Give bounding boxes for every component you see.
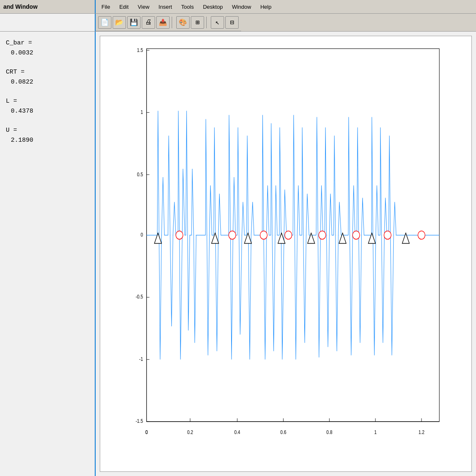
svg-text:1.2: 1.2 (419, 429, 424, 435)
print-button[interactable]: 🖨 (142, 16, 155, 29)
main-content: C_bar =0.0032CRT =0.0822L =0.4378U =2.18… (0, 32, 476, 476)
variable-name: CRT = (6, 67, 89, 77)
new-file-button[interactable]: 📄 (98, 16, 111, 29)
circle-marker-4 (285, 231, 292, 239)
circle-marker-5 (319, 231, 326, 239)
variable-block: U =2.1890 (6, 126, 89, 146)
menu-item-edit[interactable]: Edit (118, 3, 130, 11)
open-button[interactable]: 📂 (113, 16, 126, 29)
svg-text:-1.5: -1.5 (136, 418, 143, 424)
chart-svg: 1.5 1 0.5 0 -0.5 -1 -1.5 (125, 44, 446, 451)
cursor-button[interactable]: ↖ (211, 16, 224, 29)
svg-text:0.2: 0.2 (187, 429, 193, 435)
table-button[interactable]: ⊟ (225, 16, 239, 29)
svg-text:0.4: 0.4 (234, 429, 240, 435)
save-button[interactable]: 💾 (127, 16, 141, 29)
svg-text:1: 1 (374, 429, 377, 435)
circle-marker-1 (176, 231, 183, 239)
title-bar: and Window FileEditViewInsertToolsDeskto… (0, 0, 476, 14)
circle-marker-2 (229, 231, 236, 239)
toolbar-separator (172, 17, 174, 28)
export-button[interactable]: 📤 (156, 16, 170, 29)
svg-text:0: 0 (146, 429, 148, 435)
menu-item-window[interactable]: Window (230, 3, 253, 11)
svg-text:0.6: 0.6 (280, 429, 286, 435)
toolbar-separator (206, 17, 209, 28)
svg-text:-1: -1 (139, 356, 143, 362)
menu-item-help[interactable]: Help (259, 3, 273, 11)
variable-value: 0.0032 (11, 48, 89, 58)
variable-block: CRT =0.0822 (6, 67, 89, 87)
variable-value: 0.0822 (11, 77, 89, 87)
variable-name: U = (6, 126, 89, 136)
svg-text:1: 1 (141, 110, 143, 115)
command-window-panel: C_bar =0.0032CRT =0.0822L =0.4378U =2.18… (0, 32, 96, 476)
menu-item-insert[interactable]: Insert (157, 3, 174, 11)
variable-name: L = (6, 96, 89, 106)
variable-value: 0.4378 (11, 106, 89, 116)
menu-item-desktop[interactable]: Desktop (201, 3, 224, 11)
variable-block: C_bar =0.0032 (6, 38, 89, 58)
svg-text:0.5: 0.5 (137, 172, 143, 177)
menu-item-tools[interactable]: Tools (180, 3, 195, 11)
menu-bar: FileEditViewInsertToolsDesktopWindowHelp (96, 0, 476, 13)
variable-name: C_bar = (6, 38, 89, 48)
circle-marker-7 (384, 231, 391, 239)
window-title: and Window (0, 0, 96, 13)
title-text: and Window (3, 3, 37, 10)
svg-text:1.5: 1.5 (137, 47, 143, 53)
menu-item-view[interactable]: View (136, 3, 151, 11)
variable-value: 2.1890 (11, 136, 89, 146)
menu-item-file[interactable]: File (100, 3, 112, 11)
svg-text:-0.5: -0.5 (136, 294, 143, 299)
figure-panel: 1.5 1 0.5 0 -0.5 -1 -1.5 (96, 32, 476, 476)
circle-marker-3 (260, 231, 267, 239)
color-button[interactable]: 🎨 (176, 16, 190, 29)
toolbar: 📄📂💾🖨📤🎨⊞↖⊟ (96, 14, 241, 31)
circle-marker-8 (418, 231, 425, 239)
svg-text:0: 0 (141, 232, 143, 237)
svg-text:0.8: 0.8 (326, 429, 332, 435)
variable-block: L =0.4378 (6, 96, 89, 116)
plot-inner: 1.5 1 0.5 0 -0.5 -1 -1.5 (100, 36, 471, 471)
plot-container: 1.5 1 0.5 0 -0.5 -1 -1.5 (100, 36, 472, 472)
grid-button[interactable]: ⊞ (191, 16, 204, 29)
circle-marker-6 (353, 231, 360, 239)
